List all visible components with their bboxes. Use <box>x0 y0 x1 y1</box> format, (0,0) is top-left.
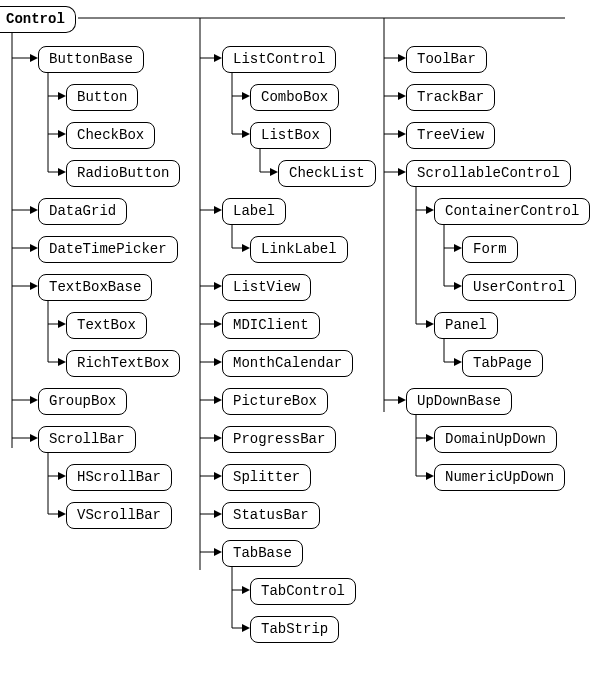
node-checklist: CheckList <box>278 160 376 187</box>
node-tabcontrol: TabControl <box>250 578 356 605</box>
node-label: MDIClient <box>233 317 309 333</box>
node-splitter: Splitter <box>222 464 311 491</box>
node-label: ListView <box>233 279 300 295</box>
svg-marker-8 <box>58 358 66 366</box>
node-label: StatusBar <box>233 507 309 523</box>
node-radiobutton: RadioButton <box>66 160 180 187</box>
svg-marker-23 <box>214 434 222 442</box>
node-label: LinkLabel <box>261 241 337 257</box>
node-trackbar: TrackBar <box>406 84 495 111</box>
node-label: ScrollableControl <box>417 165 560 181</box>
svg-marker-32 <box>398 168 406 176</box>
node-label: TrackBar <box>417 89 484 105</box>
node-monthcalendar: MonthCalendar <box>222 350 353 377</box>
node-label: ProgressBar <box>233 431 325 447</box>
node-textbox: TextBox <box>66 312 147 339</box>
node-label: Control <box>6 11 65 27</box>
svg-marker-15 <box>242 130 250 138</box>
node-listview: ListView <box>222 274 311 301</box>
node-updownbase: UpDownBase <box>406 388 512 415</box>
node-combobox: ComboBox <box>250 84 339 111</box>
svg-marker-20 <box>214 320 222 328</box>
svg-marker-27 <box>242 586 250 594</box>
node-numericupdown: NumericUpDown <box>434 464 565 491</box>
svg-marker-2 <box>58 130 66 138</box>
svg-marker-0 <box>30 54 38 62</box>
node-tabbase: TabBase <box>222 540 303 567</box>
svg-marker-34 <box>454 244 462 252</box>
node-label: RadioButton <box>77 165 169 181</box>
node-label: DateTimePicker <box>49 241 167 257</box>
svg-marker-22 <box>214 396 222 404</box>
svg-marker-25 <box>214 510 222 518</box>
svg-marker-35 <box>454 282 462 290</box>
node-panel: Panel <box>434 312 498 339</box>
svg-marker-9 <box>30 396 38 404</box>
svg-marker-12 <box>58 510 66 518</box>
node-label: Button <box>77 89 127 105</box>
node-listcontrol: ListControl <box>222 46 336 73</box>
node-label: UpDownBase <box>417 393 501 409</box>
node-label: ListBox <box>261 127 320 143</box>
svg-marker-1 <box>58 92 66 100</box>
node-label: Panel <box>445 317 487 333</box>
node-label: TreeView <box>417 127 484 143</box>
node-label: TextBoxBase <box>49 279 141 295</box>
svg-marker-39 <box>426 434 434 442</box>
node-buttonbase: ButtonBase <box>38 46 144 73</box>
node-containercontrol: ContainerControl <box>434 198 590 225</box>
node-usercontrol: UserControl <box>462 274 576 301</box>
node-label: ScrollBar <box>49 431 125 447</box>
svg-marker-28 <box>242 624 250 632</box>
svg-marker-29 <box>398 54 406 62</box>
node-label: UserControl <box>473 279 565 295</box>
svg-marker-38 <box>398 396 406 404</box>
node-label: MonthCalendar <box>233 355 342 371</box>
node-scrollbar: ScrollBar <box>38 426 136 453</box>
node-richtextbox: RichTextBox <box>66 350 180 377</box>
node-label: RichTextBox <box>77 355 169 371</box>
node-label: TabControl <box>261 583 345 599</box>
svg-marker-11 <box>58 472 66 480</box>
node-scrollablecontrol: ScrollableControl <box>406 160 571 187</box>
node-label: ContainerControl <box>445 203 579 219</box>
node-linklabel: LinkLabel <box>250 236 348 263</box>
node-label: GroupBox <box>49 393 116 409</box>
node-label: DomainUpDown <box>445 431 546 447</box>
node-label: DataGrid <box>49 203 116 219</box>
svg-marker-37 <box>454 358 462 366</box>
node-label: VScrollBar <box>77 507 161 523</box>
node-button: Button <box>66 84 138 111</box>
node-label: CheckBox <box>77 127 144 143</box>
node-domainupdown: DomainUpDown <box>434 426 557 453</box>
node-progressbar: ProgressBar <box>222 426 336 453</box>
svg-marker-24 <box>214 472 222 480</box>
node-label: TabBase <box>233 545 292 561</box>
node-label: HScrollBar <box>77 469 161 485</box>
svg-marker-33 <box>426 206 434 214</box>
node-label: PictureBox <box>233 393 317 409</box>
node-toolbar: ToolBar <box>406 46 487 73</box>
svg-marker-14 <box>242 92 250 100</box>
node-picturebox: PictureBox <box>222 388 328 415</box>
node-textboxbase: TextBoxBase <box>38 274 152 301</box>
svg-marker-5 <box>30 244 38 252</box>
node-tabstrip: TabStrip <box>250 616 339 643</box>
node-label: TextBox <box>77 317 136 333</box>
svg-marker-26 <box>214 548 222 556</box>
node-listbox: ListBox <box>250 122 331 149</box>
svg-marker-31 <box>398 130 406 138</box>
node-label: Label <box>233 203 275 219</box>
node-statusbar: StatusBar <box>222 502 320 529</box>
svg-marker-16 <box>270 168 278 176</box>
node-label: ToolBar <box>417 51 476 67</box>
svg-marker-36 <box>426 320 434 328</box>
node-vscrollbar: VScrollBar <box>66 502 172 529</box>
svg-marker-30 <box>398 92 406 100</box>
svg-marker-7 <box>58 320 66 328</box>
node-treeview: TreeView <box>406 122 495 149</box>
node-label: NumericUpDown <box>445 469 554 485</box>
node-label: ComboBox <box>261 89 328 105</box>
node-form: Form <box>462 236 518 263</box>
node-label: Splitter <box>233 469 300 485</box>
